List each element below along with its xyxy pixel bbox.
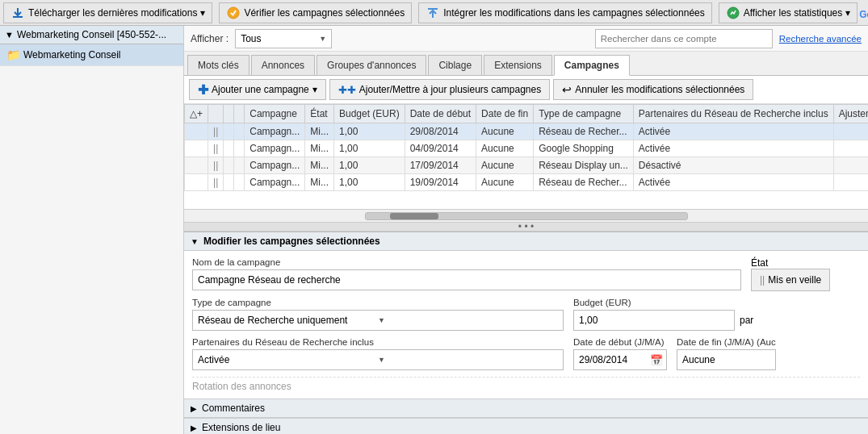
th-partenaires[interactable]: Partenaires du Réseau de Recherche inclu…: [633, 105, 833, 123]
download-btn[interactable]: Télécharger les dernières modifications …: [3, 2, 212, 23]
download-label: Télécharger les dernières modifications: [28, 7, 197, 19]
dates-group: Date de début (J/M/A) 📅 Date de fin (J/M…: [573, 337, 860, 370]
action-bar: ✚ Ajouter une campagne ▾ ✚✚ Ajouter/Mett…: [184, 76, 868, 104]
cancel-btn[interactable]: ↩ Annuler les modifications sélectionnée…: [553, 79, 753, 100]
section-arrow: ▼: [191, 237, 199, 246]
download-arrow: ▾: [200, 7, 205, 19]
td-sort: [185, 174, 208, 191]
filter-select[interactable]: Tous ▼: [235, 29, 332, 48]
download-icon: [10, 6, 25, 20]
tab-extensions[interactable]: Extensions: [484, 55, 552, 75]
extensions-label: Extensions de lieu: [202, 422, 280, 433]
td-pause: ||: [208, 174, 224, 191]
account-header[interactable]: ▼ Webmarketing Conseil [450-552-...: [0, 26, 183, 44]
partenaires-value: Activée: [198, 354, 378, 365]
fin-label: Date de fin (J/M/A) (Auc: [677, 337, 776, 347]
sidebar-item-webmarketing[interactable]: 📁 Webmarketing Conseil: [0, 44, 183, 66]
nom-label: Nom de la campagne: [192, 257, 741, 267]
search-box[interactable]: [595, 29, 773, 48]
add-multi-label: Ajouter/Mettre à jour plusieurs campagne…: [359, 84, 541, 95]
td-icon2: [224, 157, 234, 174]
td-debut: 29/08/2014: [405, 123, 476, 140]
td-partenaires: Activée: [633, 140, 833, 157]
table-row[interactable]: || Campagn... Mi... 1,00 17/09/2014 Aucu…: [185, 157, 869, 174]
commentaires-section[interactable]: ▶ Commentaires: [184, 399, 868, 418]
type-label: Type de campagne: [192, 298, 564, 307]
td-fin: Aucune: [476, 157, 534, 174]
account-icon: ▼: [5, 30, 14, 40]
td-fin: Aucune: [476, 140, 534, 157]
extensions-arrow: ▶: [191, 424, 197, 432]
td-partenaires: Activée: [633, 123, 833, 140]
search-input[interactable]: [601, 34, 767, 44]
verify-icon: [226, 6, 241, 20]
tab-ciblage[interactable]: Ciblage: [428, 55, 482, 75]
type-select[interactable]: Réseau de Recherche uniquement ▼: [192, 310, 564, 331]
modify-section-header[interactable]: ▼ Modifier les campagnes sélectionnées: [184, 232, 868, 251]
cancel-icon: ↩: [562, 83, 572, 96]
add-multi-icon: ✚✚: [338, 84, 356, 96]
debut-label: Date de début (J/M/A): [573, 337, 667, 347]
th-type[interactable]: Type de campagne: [534, 105, 634, 123]
tab-annonces[interactable]: Annonces: [251, 55, 315, 75]
extensions-section[interactable]: ▶ Extensions de lieu: [184, 418, 868, 434]
date-row: Date de début (J/M/A) 📅 Date de fin (J/M…: [573, 337, 860, 370]
form-area: Nom de la campagne État || Mis en veille: [184, 251, 868, 399]
table-row[interactable]: || Campagn... Mi... 1,00 19/09/2014 Aucu…: [185, 174, 869, 191]
th-fin[interactable]: Date de fin: [476, 105, 534, 123]
tab-campagnes[interactable]: Campagnes: [554, 55, 630, 76]
filter-bar: Afficher : Tous ▼ Recherche avancée: [184, 26, 868, 52]
integrate-icon: [426, 6, 440, 20]
td-etat: Mi...: [305, 174, 334, 191]
fin-input[interactable]: [677, 352, 742, 368]
th-campagne[interactable]: Campagne: [245, 105, 305, 123]
th-budget[interactable]: Budget (EUR): [333, 105, 405, 123]
main-layout: ▼ Webmarketing Conseil [450-552-... 📁 We…: [0, 26, 868, 434]
td-type: Google Shopping: [534, 140, 634, 157]
table-row[interactable]: || Campagn... Mi... 1,00 04/09/2014 Aucu…: [185, 140, 869, 157]
partenaires-arrow: ▼: [378, 356, 558, 364]
etat-button[interactable]: || Mis en veille: [751, 269, 830, 291]
tab-mots-cles[interactable]: Mots clés: [187, 55, 249, 75]
td-debut: 17/09/2014: [405, 157, 476, 174]
th-sort[interactable]: △+: [185, 105, 208, 123]
budget-input[interactable]: [573, 310, 735, 331]
partenaires-label: Partenaires du Réseau de Recherche inclu…: [192, 337, 564, 347]
th-ajusten[interactable]: Ajusten▸: [833, 105, 868, 123]
tab-groupes[interactable]: Groupes d'annonces: [317, 55, 426, 75]
td-pause: ||: [208, 157, 224, 174]
etat-label: État: [751, 257, 768, 269]
collapse-dots: • • •: [518, 221, 534, 232]
bottom-panel: ▼ Modifier les campagnes sélectionnées N…: [184, 232, 868, 434]
advanced-search-link[interactable]: Recherche avancée: [779, 34, 862, 44]
td-budget: 1,00: [333, 174, 405, 191]
add-multi-btn[interactable]: ✚✚ Ajouter/Mettre à jour plusieurs campa…: [329, 79, 550, 100]
partenaires-select[interactable]: Activée ▼: [192, 349, 564, 370]
horizontal-scrollbar[interactable]: [184, 209, 868, 222]
campaigns-table-container: △+ Campagne État Budget (EUR) Date de dé…: [184, 104, 868, 209]
td-type: Réseau de Recher...: [534, 174, 634, 191]
td-debut: 04/09/2014: [405, 140, 476, 157]
form-row-partenaires: Partenaires du Réseau de Recherche inclu…: [192, 337, 860, 370]
th-debut[interactable]: Date de début: [405, 105, 476, 123]
filter-label: Afficher :: [191, 33, 229, 44]
collapse-handle[interactable]: • • •: [184, 222, 868, 232]
sidebar: ▼ Webmarketing Conseil [450-552-... 📁 We…: [0, 26, 184, 434]
add-label: Ajouter une campagne: [212, 84, 309, 95]
stats-btn[interactable]: Afficher les statistiques ▾: [719, 2, 858, 23]
th-etat[interactable]: État: [305, 105, 334, 123]
add-campaign-btn[interactable]: ✚ Ajouter une campagne ▾: [189, 79, 326, 100]
content-area: Afficher : Tous ▼ Recherche avancée Mots…: [184, 26, 868, 434]
td-partenaires: Activée: [633, 174, 833, 191]
filter-value: Tous: [241, 33, 261, 44]
sidebar-item-label: Webmarketing Conseil: [23, 49, 121, 61]
integrate-btn[interactable]: Intégrer les modifications dans les camp…: [418, 2, 712, 23]
etat-btn-label: Mis en veille: [768, 274, 821, 286]
debut-input[interactable]: [574, 352, 647, 368]
table-row[interactable]: || Campagn... Mi... 1,00 29/08/2014 Aucu…: [185, 123, 869, 140]
td-sort: [185, 123, 208, 140]
td-budget: 1,00: [333, 157, 405, 174]
nom-input[interactable]: [192, 269, 741, 290]
debut-calendar-icon[interactable]: 📅: [647, 352, 666, 369]
verify-btn[interactable]: Vérifier les campagnes sélectionnées: [219, 2, 412, 23]
